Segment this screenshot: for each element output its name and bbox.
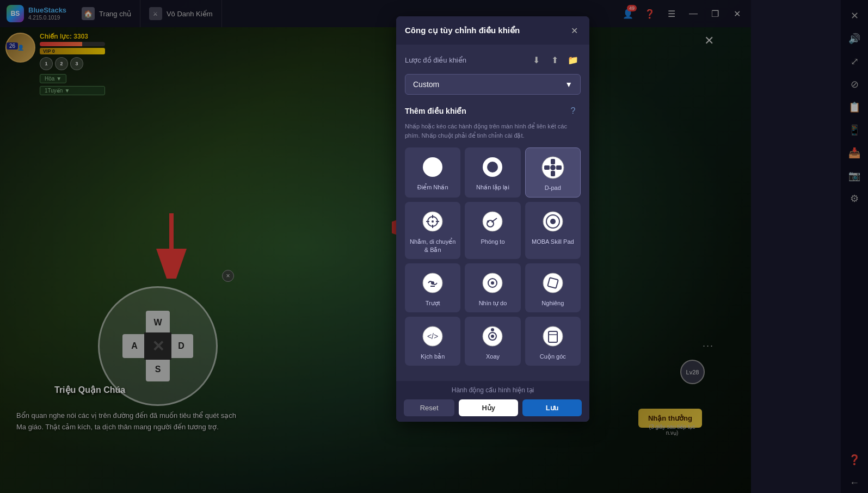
control-nhan-lap-lai[interactable]: Nhấn lặp lại: [465, 147, 520, 198]
svg-point-41: [491, 328, 494, 331]
svg-text:</>: </>: [427, 332, 438, 341]
control-nhin-tu-do[interactable]: Nhìn tự do: [465, 263, 520, 312]
cancel-button[interactable]: Hủy: [459, 399, 518, 416]
svg-point-19: [432, 220, 434, 223]
diem-nhan-label: Điểm Nhấn: [417, 183, 448, 191]
panel-title: Công cụ tùy chỉnh điều khiển: [405, 26, 520, 35]
folder-button[interactable]: 📁: [565, 52, 581, 67]
truot-label: Trượt: [426, 299, 440, 307]
them-description: Nhấp hoặc kéo các hành động trên màn hìn…: [405, 122, 581, 140]
cuon-goc-label: Cuộn góc: [540, 353, 566, 360]
svg-point-42: [543, 326, 563, 346]
action-buttons: Reset Hủy Lưu: [404, 399, 582, 416]
nhan-lap-lai-icon: [481, 155, 504, 179]
xoay-icon: [481, 324, 504, 348]
xoay-label: Xoay: [486, 353, 500, 360]
control-panel: Công cụ tùy chỉnh điều khiển ✕ Lược đồ đ…: [396, 16, 589, 422]
svg-rect-10: [544, 165, 550, 170]
svg-point-27: [550, 219, 556, 224]
export-button[interactable]: ⬆: [547, 52, 562, 67]
svg-point-40: [491, 335, 494, 338]
panel-header: Công cụ tùy chỉnh điều khiển ✕: [396, 16, 589, 45]
luoc-do-icons: ⬇ ⬆ 📁: [528, 52, 581, 67]
moba-label: MOBA Skill Pad: [532, 238, 574, 245]
svg-point-4: [423, 157, 442, 177]
d-pad-icon: [541, 156, 565, 180]
control-xoay[interactable]: Xoay: [465, 317, 520, 366]
d-pad-label: D-pad: [545, 184, 561, 192]
control-kich-ban[interactable]: </> Kịch bản: [405, 317, 460, 366]
svg-point-6: [487, 162, 498, 172]
svg-point-33: [491, 281, 494, 285]
svg-point-12: [550, 165, 556, 170]
them-dieu-khien-header: Thêm điều khiển ?: [405, 103, 581, 119]
control-nham-di-chuyen[interactable]: Nhắm, di chuyển & Bắn: [405, 202, 460, 259]
nhin-tu-do-icon: [481, 271, 504, 295]
luoc-do-label: Lược đồ điều khiển: [405, 56, 466, 64]
nghieng-label: Nghiêng: [541, 299, 564, 307]
control-d-pad[interactable]: D-pad: [525, 147, 581, 198]
control-truot[interactable]: Trượt: [405, 263, 460, 312]
svg-rect-11: [556, 165, 562, 170]
nham-label: Nhắm, di chuyển & Bắn: [409, 238, 456, 254]
them-title: Thêm điều khiển: [405, 107, 466, 115]
hanh-dong-text: Hành động cấu hình hiện tại: [404, 386, 582, 394]
control-grid: Điểm Nhấn Nhấn lặp lại: [405, 147, 581, 366]
luoc-do-section: Lược đồ điều khiển ⬇ ⬆ 📁: [405, 52, 581, 67]
phong-to-icon: [481, 209, 504, 233]
save-button[interactable]: Lưu: [522, 399, 582, 416]
control-moba[interactable]: MOBA Skill Pad: [525, 202, 581, 259]
svg-point-23: [487, 220, 489, 223]
custom-dropdown[interactable]: Custom ▼: [405, 74, 581, 95]
svg-point-29: [431, 281, 434, 285]
control-cuon-goc[interactable]: Cuộn góc: [525, 317, 581, 366]
moba-icon: [541, 209, 565, 233]
kich-ban-icon: </>: [421, 324, 445, 348]
svg-point-34: [543, 273, 563, 293]
control-diem-nhan[interactable]: Điểm Nhấn: [405, 147, 460, 198]
svg-rect-8: [551, 159, 555, 164]
control-nghieng[interactable]: Nghiêng: [525, 263, 581, 312]
help-icon-button[interactable]: ?: [565, 103, 581, 119]
panel-body: Lược đồ điều khiển ⬇ ⬆ 📁 Custom ▼ Thêm đ…: [396, 45, 589, 381]
reset-button[interactable]: Reset: [404, 399, 454, 416]
import-button[interactable]: ⬇: [528, 52, 544, 67]
phong-to-label: Phóng to: [481, 238, 504, 245]
diem-nhan-icon: [421, 155, 445, 179]
control-phong-to[interactable]: Phóng to: [465, 202, 520, 259]
truot-icon: [421, 271, 445, 295]
cuon-goc-icon: [541, 324, 565, 348]
nham-icon: [421, 209, 445, 233]
panel-bottom-bar: Hành động cấu hình hiện tại Reset Hủy Lư…: [396, 381, 589, 422]
svg-point-24: [491, 220, 494, 223]
panel-close-button[interactable]: ✕: [568, 24, 581, 37]
svg-rect-9: [551, 171, 555, 176]
kich-ban-label: Kịch bản: [421, 353, 445, 360]
nhin-tu-do-label: Nhìn tự do: [479, 299, 507, 307]
nhan-lap-lai-label: Nhấn lặp lại: [476, 183, 509, 191]
nghieng-icon: [541, 271, 565, 295]
